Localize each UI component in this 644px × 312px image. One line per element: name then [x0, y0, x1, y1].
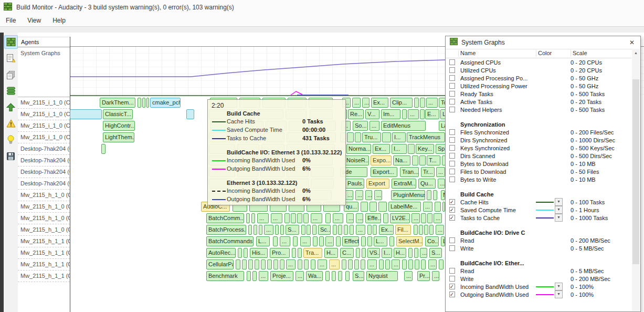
task-box[interactable]: Im... [381, 109, 400, 119]
task-box-unlabeled[interactable] [273, 259, 278, 269]
task-box-unlabeled[interactable] [408, 248, 413, 258]
series-row[interactable]: Keys Synchronized0 - 500 Keys/Sec [446, 144, 631, 152]
task-box[interactable]: Tra... [303, 248, 322, 258]
unchecked-checkbox[interactable] [449, 153, 455, 159]
task-box-unlabeled[interactable] [312, 225, 316, 235]
task-box-unlabeled[interactable] [186, 109, 194, 119]
task-box-unlabeled[interactable] [284, 213, 290, 223]
task-box[interactable]: BatchProcess... [206, 225, 246, 235]
sidebar-warnings-button[interactable] [4, 117, 18, 130]
system-graphs-window-titlebar[interactable]: System Graphs ✕ [446, 36, 640, 49]
agent-row[interactable]: Mw_2115_i_1_0 (Co [18, 132, 70, 143]
series-row[interactable]: Ready Tasks0 - 500 Tasks [446, 90, 631, 98]
agent-row[interactable]: Desktop-7hak204 (C [18, 143, 70, 155]
task-box[interactable]: ... [318, 259, 327, 269]
series-row[interactable]: Bytes to Download0 - 10 MB [446, 160, 631, 168]
task-box[interactable]: S... [353, 271, 364, 281]
task-box-unlabeled[interactable] [307, 225, 311, 235]
task-box[interactable]: ... [367, 259, 377, 269]
task-box[interactable]: Qu... [418, 179, 436, 189]
task-box-unlabeled[interactable] [408, 259, 413, 269]
task-box-unlabeled[interactable] [354, 259, 359, 269]
task-box-unlabeled[interactable] [242, 259, 247, 269]
task-box[interactable]: ... [426, 98, 438, 108]
task-box[interactable]: ... [411, 213, 420, 223]
color-dropdown-button[interactable]: ▼ [555, 290, 563, 298]
task-box-unlabeled[interactable] [304, 259, 309, 269]
unchecked-checkbox[interactable] [449, 67, 455, 73]
task-box[interactable]: Proje... [270, 271, 293, 281]
checked-checkbox[interactable]: ✓ [449, 292, 455, 297]
color-dropdown-button[interactable]: ▼ [555, 214, 563, 222]
task-box-unlabeled[interactable] [424, 225, 428, 235]
task-box-unlabeled[interactable] [367, 236, 372, 246]
task-box[interactable]: ... [432, 271, 439, 281]
series-row[interactable]: ✓Incoming BandWidth Used▼0 - 100% [446, 283, 631, 290]
series-row[interactable]: Bytes to Write0 - 10 MB [446, 175, 631, 183]
task-box-unlabeled[interactable] [414, 248, 418, 258]
task-box-unlabeled[interactable] [367, 225, 372, 235]
task-box[interactable]: I... [382, 248, 392, 258]
task-box-unlabeled[interactable] [383, 213, 388, 223]
unchecked-checkbox[interactable] [449, 268, 455, 274]
task-box-unlabeled[interactable] [267, 259, 272, 269]
task-box-unlabeled[interactable] [421, 213, 426, 223]
series-row[interactable]: Write0 - 200 MB/Sec [446, 275, 631, 283]
task-box[interactable]: H... [324, 248, 338, 258]
task-box-unlabeled[interactable] [347, 132, 354, 142]
task-box-unlabeled[interactable] [414, 98, 419, 108]
series-row[interactable]: Dirs Scanned0 - 500 Dirs/Sec [446, 152, 631, 160]
task-box[interactable]: qu... [344, 202, 358, 212]
task-box[interactable]: CellularPa... [206, 259, 234, 269]
menu-item-view[interactable]: View [22, 15, 47, 26]
task-box[interactable]: N [441, 190, 445, 200]
task-box-unlabeled[interactable] [415, 259, 419, 269]
task-box[interactable]: ... [434, 213, 442, 223]
task-box[interactable]: ... [311, 213, 322, 223]
task-box-unlabeled[interactable] [142, 98, 145, 108]
task-box[interactable]: ... [346, 213, 354, 223]
task-box-unlabeled[interactable] [252, 271, 257, 281]
task-box[interactable]: SelectM... [396, 236, 423, 246]
agents-column-header[interactable]: Agents [18, 37, 70, 47]
unchecked-checkbox[interactable] [449, 83, 455, 89]
task-box-unlabeled[interactable] [336, 236, 341, 246]
task-box[interactable]: Na... [393, 155, 410, 165]
task-box[interactable]: ... [374, 190, 382, 200]
task-box-unlabeled[interactable] [355, 132, 361, 142]
unchecked-checkbox[interactable] [449, 137, 455, 143]
task-box[interactable]: HighContr... [103, 121, 135, 131]
unchecked-checkbox[interactable] [449, 75, 455, 81]
task-box-unlabeled[interactable] [303, 213, 309, 223]
task-box[interactable]: ... [352, 98, 361, 108]
task-box-unlabeled[interactable] [361, 236, 366, 246]
task-box-unlabeled[interactable] [333, 225, 337, 235]
unchecked-checkbox[interactable] [449, 99, 455, 105]
task-box-unlabeled[interactable] [273, 236, 278, 246]
agent-row[interactable]: Mw_2115_h_1_0 (C [18, 190, 70, 201]
task-box[interactable]: Tran... [400, 167, 419, 177]
task-box[interactable]: Ex... [373, 144, 390, 154]
task-box-unlabeled[interactable] [146, 98, 149, 108]
task-box-unlabeled[interactable] [291, 213, 296, 223]
task-box-unlabeled[interactable] [248, 225, 252, 235]
task-box[interactable]: ... [362, 98, 369, 108]
task-box-unlabeled[interactable] [414, 225, 418, 235]
series-row[interactable]: ✓Outgoing BandWidth Used▼0 - 100% [446, 290, 631, 298]
task-box[interactable]: ... [423, 202, 432, 212]
sidebar-build-data-button[interactable] [4, 84, 18, 98]
task-box-unlabeled[interactable] [356, 248, 360, 258]
agent-row[interactable]: Desktop-7hak204 (C [18, 167, 70, 178]
task-box-unlabeled[interactable] [325, 213, 331, 223]
task-box[interactable]: Pro... [270, 248, 290, 258]
task-box[interactable]: PluginMenus [391, 190, 425, 200]
task-box-unlabeled[interactable] [248, 259, 253, 269]
task-box-unlabeled[interactable] [292, 248, 296, 258]
task-box-unlabeled[interactable] [385, 259, 390, 269]
task-box[interactable]: ... [259, 271, 268, 281]
agent-row[interactable]: Mw_2115_h_1_0 (C [18, 224, 70, 236]
task-box[interactable]: LV2E... [390, 213, 410, 223]
task-box-unlabeled[interactable] [350, 225, 354, 235]
checked-checkbox[interactable]: ✓ [449, 199, 455, 205]
task-box[interactable]: ... [365, 190, 372, 200]
